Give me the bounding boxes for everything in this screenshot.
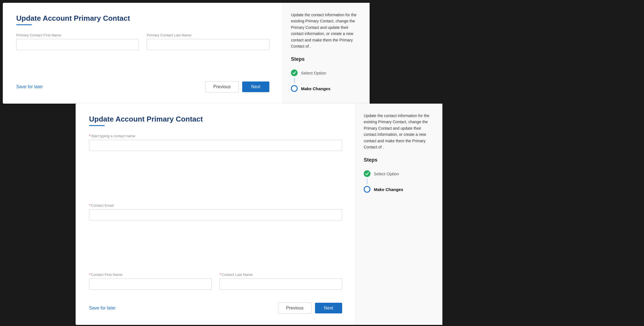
contact-first-name-group: *Contact First Name (89, 273, 212, 290)
top-card-form-actions: Save for later Previous Next (16, 73, 269, 92)
top-card-sidebar: Update the contact information for the e… (283, 3, 370, 104)
bottom-step-1-label: Select Option (374, 171, 399, 177)
top-step-1: Select Option (291, 68, 362, 78)
bottom-card-main: Update Account Primary Contact *Start ty… (76, 104, 356, 325)
primary-contact-last-name-group: Primary Contact Last Name (147, 33, 269, 50)
contact-name-group: *Start typing a contact name (89, 134, 342, 198)
top-card-actions-right: Previous Next (205, 81, 269, 92)
top-card-main: Update Account Primary Contact Primary C… (3, 3, 283, 104)
bottom-card-actions-right: Previous Next (278, 302, 342, 314)
top-next-button[interactable]: Next (242, 82, 269, 92)
primary-contact-first-name-group: Primary Contact First Name (16, 33, 139, 50)
primary-contact-last-name-label: Primary Contact Last Name (147, 33, 269, 37)
top-card-steps-list: Select Option Make Changes (291, 68, 362, 94)
top-card-sidebar-desc: Update the contact information for the e… (291, 12, 362, 49)
top-card-title: Update Account Primary Contact (16, 14, 269, 23)
bottom-card-title: Update Account Primary Contact (89, 115, 342, 124)
top-card-form-row: Primary Contact First Name Primary Conta… (16, 33, 269, 50)
bottom-card-name-row: *Contact First Name *Contact Last Name (89, 273, 342, 290)
bottom-card-sidebar-desc: Update the contact information for the e… (364, 113, 435, 150)
top-card: Update Account Primary Contact Primary C… (3, 3, 370, 104)
contact-name-input[interactable] (89, 140, 342, 151)
bottom-card-title-underline (89, 125, 105, 126)
bottom-previous-button[interactable]: Previous (278, 302, 312, 314)
bottom-card: Update Account Primary Contact *Start ty… (76, 104, 442, 325)
primary-contact-first-name-input[interactable] (16, 39, 139, 50)
contact-email-group: *Contact Email (89, 203, 342, 268)
top-step-2: Make Changes (291, 83, 362, 94)
top-previous-button[interactable]: Previous (205, 81, 239, 92)
contact-email-label: *Contact Email (89, 203, 342, 208)
top-save-later-link[interactable]: Save for later (16, 84, 43, 89)
primary-contact-last-name-input[interactable] (147, 39, 269, 50)
top-step-1-done-icon (291, 69, 298, 76)
top-step-1-label: Select Option (301, 70, 326, 76)
bottom-step-2-label: Make Changes (374, 186, 403, 193)
bottom-step-1: Select Option (364, 169, 435, 179)
top-card-steps-title: Steps (291, 55, 362, 63)
bottom-step-2: Make Changes (364, 184, 435, 194)
top-card-title-underline (16, 24, 32, 25)
bottom-save-later-link[interactable]: Save for later (89, 306, 116, 311)
bottom-card-steps-list: Select Option Make Changes (364, 169, 435, 194)
top-step-2-label: Make Changes (301, 85, 330, 92)
contact-name-label: *Start typing a contact name (89, 134, 342, 138)
contact-last-name-label: *Contact Last Name (220, 273, 342, 277)
bottom-step-1-done-icon (364, 170, 370, 177)
bottom-next-button[interactable]: Next (315, 303, 342, 313)
top-step-connector (294, 78, 295, 83)
bottom-card-form-actions: Save for later Previous Next (89, 295, 342, 314)
contact-first-name-label: *Contact First Name (89, 273, 212, 277)
bottom-card-sidebar: Update the contact information for the e… (356, 104, 442, 325)
bottom-step-2-active-icon (364, 186, 370, 193)
contact-first-name-input[interactable] (89, 278, 212, 290)
contact-last-name-input[interactable] (220, 278, 342, 290)
top-step-2-active-icon (291, 85, 298, 92)
primary-contact-first-name-label: Primary Contact First Name (16, 33, 139, 37)
bottom-step-connector (367, 179, 367, 184)
bottom-card-steps-title: Steps (364, 156, 435, 164)
contact-last-name-group: *Contact Last Name (220, 273, 342, 290)
contact-email-input[interactable] (89, 209, 342, 220)
